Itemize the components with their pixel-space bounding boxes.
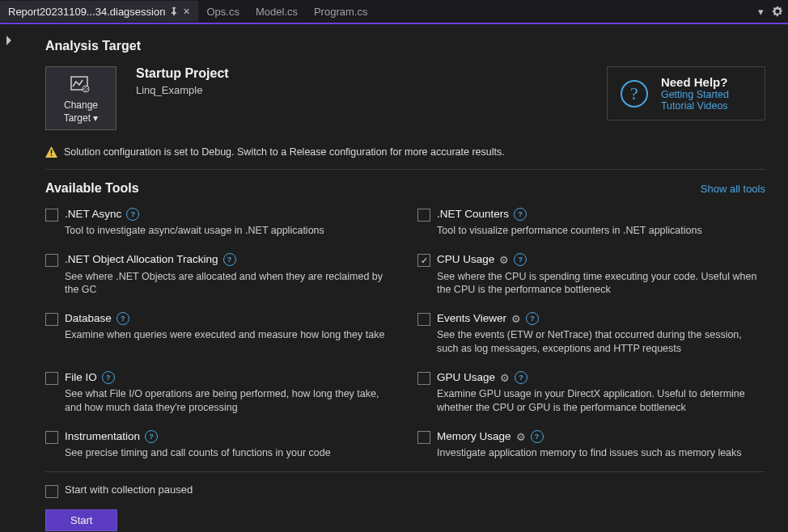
tool-description: Tool to investigate async/await usage in… <box>65 224 393 238</box>
tab-program[interactable]: Program.cs <box>306 1 375 22</box>
tab-diagsession[interactable]: Report20231109...34.diagsession ✕ <box>0 1 198 22</box>
info-icon[interactable]: ? <box>526 312 539 325</box>
tab-label: Program.cs <box>314 6 367 18</box>
tool-checkbox[interactable] <box>417 254 430 267</box>
divider <box>45 471 765 472</box>
show-all-tools-link[interactable]: Show all tools <box>701 183 765 195</box>
tool-name[interactable]: File IO <box>65 370 97 385</box>
tool-checkbox[interactable] <box>45 313 58 326</box>
svg-rect-4 <box>51 150 53 154</box>
window-dropdown-icon[interactable]: ▾ <box>758 6 764 18</box>
info-icon[interactable]: ? <box>514 253 527 266</box>
tool-item: Instrumentation ?See precise timing and … <box>45 429 393 460</box>
info-icon[interactable]: ? <box>102 371 115 384</box>
svg-text:?: ? <box>630 83 638 103</box>
chevron-down-icon: ▾ <box>93 112 98 124</box>
svg-rect-5 <box>51 154 53 156</box>
tool-checkbox[interactable] <box>45 254 58 267</box>
start-paused-label: Start with collection paused <box>65 483 193 496</box>
project-title: Startup Project <box>136 66 229 81</box>
help-link-tutorial-videos[interactable]: Tutorial Videos <box>661 100 729 112</box>
tool-name[interactable]: .NET Object Allocation Tracking <box>65 252 218 267</box>
tool-checkbox[interactable] <box>45 431 58 444</box>
tab-label: Ops.cs <box>206 6 239 18</box>
tool-item: .NET Async ?Tool to investigate async/aw… <box>45 207 393 238</box>
gear-icon[interactable] <box>772 6 783 17</box>
change-target-label: Change Target ▾ <box>49 99 112 125</box>
tool-description: See what File I/O operations are being p… <box>65 387 393 415</box>
tool-description: See the events (ETW or NetTrace) that oc… <box>437 328 765 356</box>
info-icon[interactable]: ? <box>531 430 544 443</box>
gear-icon[interactable]: ⚙ <box>516 430 526 445</box>
document-tabs: Report20231109...34.diagsession ✕ Ops.cs… <box>0 0 788 24</box>
tool-item: CPU Usage ⚙ ?See where the CPU is spendi… <box>417 252 765 297</box>
help-panel: ? Need Help? Getting Started Tutorial Vi… <box>607 66 765 120</box>
gear-icon[interactable]: ⚙ <box>500 371 510 386</box>
tool-checkbox[interactable] <box>45 209 58 222</box>
info-icon[interactable]: ? <box>117 312 129 325</box>
available-tools-heading: Available Tools <box>45 181 139 196</box>
gear-icon[interactable]: ⚙ <box>511 312 521 327</box>
tool-checkbox[interactable] <box>417 372 430 385</box>
expand-panel-icon[interactable] <box>5 36 13 45</box>
tool-item: GPU Usage ⚙ ?Examine GPU usage in your D… <box>417 370 765 415</box>
info-icon[interactable]: ? <box>515 371 527 384</box>
tool-checkbox[interactable] <box>45 372 58 385</box>
info-icon[interactable]: ? <box>223 253 236 266</box>
tool-name[interactable]: Instrumentation <box>65 429 140 444</box>
tool-description: Examine GPU usage in your DirectX applic… <box>437 387 765 415</box>
tool-name[interactable]: .NET Async <box>65 207 121 222</box>
tool-description: Examine when queries were executed and m… <box>65 328 393 342</box>
info-icon[interactable]: ? <box>145 430 158 443</box>
tool-description: See where the CPU is spending time execu… <box>437 270 765 298</box>
tool-item: File IO ?See what File I/O operations ar… <box>45 370 393 415</box>
tool-description: Investigate application memory to find i… <box>437 446 765 460</box>
tool-checkbox[interactable] <box>417 313 430 326</box>
help-title: Need Help? <box>661 75 729 89</box>
tool-checkbox[interactable] <box>417 431 430 444</box>
info-icon[interactable]: ? <box>126 208 139 221</box>
help-icon: ? <box>619 78 650 109</box>
tool-item: Database ?Examine when queries were exec… <box>45 311 393 356</box>
tool-item: .NET Object Allocation Tracking ?See whe… <box>45 252 393 297</box>
start-button[interactable]: Start <box>45 509 117 531</box>
warning-icon <box>45 146 57 158</box>
gear-icon[interactable]: ⚙ <box>499 253 509 268</box>
divider <box>45 169 765 170</box>
tab-label: Report20231109...34.diagsession <box>8 6 165 18</box>
start-paused-checkbox[interactable] <box>45 485 58 498</box>
analysis-target-heading: Analysis Target <box>45 39 765 53</box>
change-target-button[interactable]: Change Target ▾ <box>45 66 117 130</box>
tool-name[interactable]: CPU Usage <box>437 252 494 267</box>
tab-label: Model.cs <box>256 6 298 18</box>
close-icon[interactable]: ✕ <box>183 6 190 17</box>
tool-name[interactable]: GPU Usage <box>437 370 495 385</box>
start-paused-option[interactable]: Start with collection paused <box>45 483 765 498</box>
warning-text: Solution configuration is set to Debug. … <box>64 146 505 158</box>
tool-item: Memory Usage ⚙ ?Investigate application … <box>417 429 765 460</box>
tool-item: .NET Counters ?Tool to visualize perform… <box>417 207 765 238</box>
tool-name[interactable]: Database <box>65 311 112 326</box>
tools-grid: .NET Async ?Tool to investigate async/aw… <box>45 207 765 460</box>
tab-ops[interactable]: Ops.cs <box>198 1 247 22</box>
tool-name[interactable]: Events Viewer <box>437 311 506 326</box>
info-icon[interactable]: ? <box>514 208 527 221</box>
tab-model[interactable]: Model.cs <box>248 1 306 22</box>
tool-name[interactable]: Memory Usage <box>437 429 511 444</box>
tool-name[interactable]: .NET Counters <box>437 207 509 222</box>
project-name: Linq_Example <box>136 84 229 96</box>
help-link-getting-started[interactable]: Getting Started <box>661 89 729 100</box>
tool-description: See precise timing and call counts of fu… <box>65 446 393 460</box>
tool-description: Tool to visualize performance counters i… <box>437 224 765 238</box>
config-warning: Solution configuration is set to Debug. … <box>45 146 765 158</box>
tool-checkbox[interactable] <box>417 209 430 222</box>
pin-icon[interactable] <box>170 7 178 15</box>
tool-item: Events Viewer ⚙ ?See the events (ETW or … <box>417 311 765 356</box>
tool-description: See where .NET Objects are allocated and… <box>65 270 393 298</box>
